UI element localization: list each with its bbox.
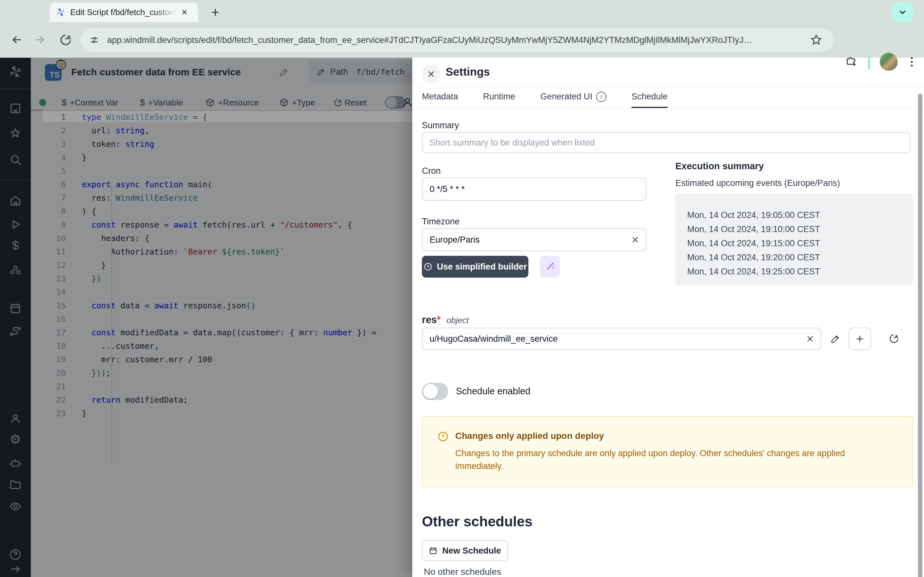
deploy-warning: Changes only applied upon deploy Changes… <box>422 416 913 487</box>
summary-placeholder: Short summary to be displayed when liste… <box>430 138 595 148</box>
new-tab-icon[interactable]: + <box>208 5 223 20</box>
clear-resource-icon[interactable] <box>806 335 814 343</box>
summary-input[interactable]: Short summary to be displayed when liste… <box>422 132 911 153</box>
arg-name: res <box>422 314 437 326</box>
back-icon[interactable] <box>10 33 24 47</box>
edit-resource-pencil-icon[interactable] <box>830 334 841 344</box>
tab-group-separator <box>868 55 870 69</box>
refresh-resource-icon[interactable] <box>887 333 898 344</box>
upcoming-event: Mon, 14 Oct 2024, 19:25:00 CEST <box>687 264 913 279</box>
settings-title: Settings <box>446 65 490 78</box>
tab-metadata[interactable]: Metadata <box>422 87 458 108</box>
windmill-favicon <box>55 7 66 17</box>
calendar-icon <box>429 546 438 555</box>
extensions-puzzle-icon[interactable] <box>845 55 858 68</box>
no-other-schedules-text: No other schedules <box>424 567 501 577</box>
magic-wand-icon <box>545 262 555 271</box>
summary-label: Summary <box>422 121 459 131</box>
required-mark: * <box>437 314 441 326</box>
arg-header: res* object <box>422 314 469 326</box>
tab-runtime[interactable]: Runtime <box>483 87 515 108</box>
upcoming-event: Mon, 14 Oct 2024, 19:20:00 CEST <box>687 250 913 264</box>
url-text[interactable]: app.windmill.dev/scripts/edit/f/bd/fetch… <box>107 35 794 45</box>
other-schedules-title: Other schedules <box>422 514 533 530</box>
drawer-backdrop[interactable] <box>0 58 412 577</box>
add-resource-button[interactable] <box>849 327 871 350</box>
execution-summary-subtitle: Estimated upcoming events (Europe/Paris) <box>675 178 840 188</box>
divider <box>412 108 924 108</box>
current-line-highlight <box>43 109 412 122</box>
screen: Edit Script f/bd/fetch_customer_data_fro… <box>0 0 924 577</box>
browser-nav-row: app.windmill.dev/scripts/edit/f/bd/fetch… <box>0 22 924 58</box>
tab-title-fade <box>153 7 176 17</box>
panel-scrollbar[interactable] <box>918 93 922 577</box>
chevron-down-icon[interactable] <box>892 2 913 22</box>
timezone-label: Timezone <box>422 217 460 227</box>
tab-schedule[interactable]: Schedule <box>632 87 668 108</box>
plus-icon <box>855 334 865 343</box>
new-schedule-button[interactable]: New Schedule <box>422 540 508 561</box>
info-icon: i <box>596 92 606 102</box>
cron-input[interactable]: 0 */5 * * * <box>422 177 646 201</box>
settings-drawer: Settings MetadataRuntimeGenerated UIiSch… <box>412 58 924 577</box>
browser-chrome: Edit Script f/bd/fetch_customer_data_fro… <box>0 0 924 58</box>
bookmark-star-icon[interactable] <box>810 33 822 46</box>
schedule-enabled-toggle[interactable] <box>422 383 448 400</box>
warning-title: Changes only applied upon deploy <box>455 431 604 441</box>
cron-label: Cron <box>422 166 441 176</box>
upcoming-events-box: Mon, 14 Oct 2024, 19:05:00 CESTMon, 14 O… <box>675 193 913 285</box>
warning-body: Changes to the primary schedule are only… <box>455 447 892 472</box>
url-bar[interactable]: app.windmill.dev/scripts/edit/f/bd/fetch… <box>81 28 834 52</box>
reload-icon[interactable] <box>57 33 71 47</box>
browser-tab[interactable]: Edit Script f/bd/fetch_customer_data_fro… <box>50 3 198 22</box>
forward-icon[interactable] <box>33 33 47 47</box>
execution-summary-title: Execution summary <box>675 161 764 171</box>
alert-circle-icon <box>437 431 449 442</box>
arg-type: object <box>447 316 469 326</box>
avatar[interactable] <box>880 53 898 71</box>
upcoming-event: Mon, 14 Oct 2024, 19:15:00 CEST <box>687 236 913 250</box>
schedule-enabled-label: Schedule enabled <box>456 386 530 396</box>
timezone-input[interactable]: Europe/Paris <box>422 228 646 251</box>
close-icon[interactable] <box>422 65 441 83</box>
tab-generated-ui[interactable]: Generated UIi <box>540 87 606 108</box>
menu-kebab-icon[interactable] <box>905 55 918 69</box>
simplified-builder-button[interactable]: Use simplified builder <box>422 256 528 277</box>
resource-input[interactable]: u/HugoCasa/windmill_ee_service <box>422 327 821 350</box>
clear-timezone-icon[interactable] <box>631 235 640 244</box>
tab-close-icon[interactable] <box>178 6 191 19</box>
settings-tabs: MetadataRuntimeGenerated UIiSchedule <box>422 87 668 108</box>
upcoming-event: Mon, 14 Oct 2024, 19:05:00 CEST <box>687 208 913 222</box>
ai-wand-button[interactable] <box>540 256 560 277</box>
upcoming-event: Mon, 14 Oct 2024, 19:10:00 CEST <box>687 222 913 236</box>
clock-icon <box>423 262 433 271</box>
windmill-app: $ ⚙ TS Fetch customer data from EE servi… <box>0 58 924 577</box>
site-info-icon[interactable] <box>89 35 99 45</box>
